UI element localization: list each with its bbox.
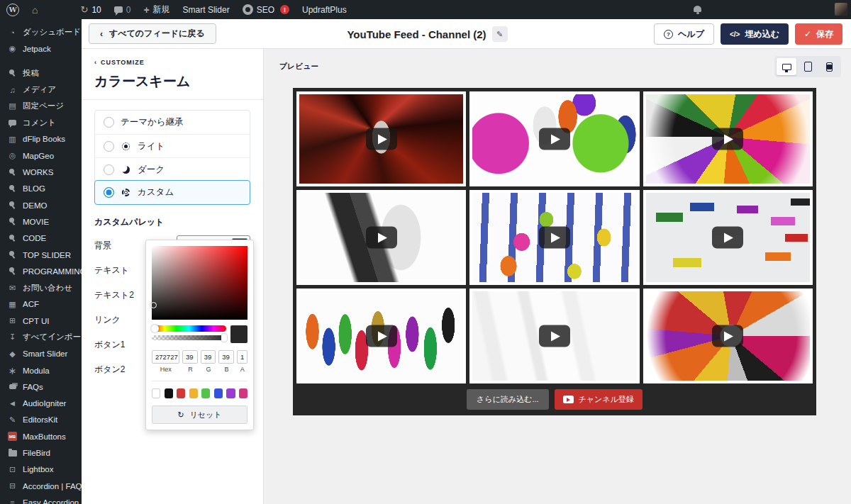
video-cell[interactable]: [296, 91, 466, 186]
video-thumbnail[interactable]: [472, 291, 636, 381]
play-button-icon[interactable]: [539, 227, 570, 249]
sidebar-item-posts[interactable]: 投稿: [0, 65, 82, 82]
play-button-icon[interactable]: [366, 227, 397, 249]
video-cell[interactable]: [469, 91, 639, 186]
user-avatar[interactable]: [835, 3, 847, 16]
video-cell[interactable]: [643, 91, 813, 186]
updates-menu[interactable]: ↻10: [74, 0, 107, 19]
video-cell[interactable]: [643, 190, 813, 285]
video-cell[interactable]: [469, 190, 639, 285]
mobile-preview-button[interactable]: [819, 58, 839, 75]
swatch-green[interactable]: [201, 388, 210, 398]
swatch-white[interactable]: [152, 388, 160, 398]
sidebar-item-modula[interactable]: ∗Modula: [0, 362, 82, 379]
video-thumbnail[interactable]: [646, 291, 810, 381]
sidebar-item-programming[interactable]: PROGRAMMING: [0, 263, 82, 279]
video-cell[interactable]: [469, 289, 639, 383]
sidebar-item-audioigniter[interactable]: ◀AudioIgniter: [0, 396, 82, 412]
sidebar-item-pages[interactable]: ▤固定ページ: [0, 98, 82, 114]
help-button[interactable]: ?ヘルプ: [654, 23, 714, 45]
play-button-icon[interactable]: [539, 325, 570, 347]
comments-menu[interactable]: 0: [108, 0, 138, 19]
smart-slider-menu[interactable]: Smart Slider: [177, 0, 236, 19]
video-cell[interactable]: [296, 190, 466, 285]
video-thumbnail[interactable]: [299, 94, 463, 184]
video-thumbnail[interactable]: [299, 291, 463, 381]
wp-logo-menu[interactable]: W: [0, 0, 26, 19]
alpha-slider-cursor[interactable]: [221, 334, 227, 342]
sidebar-item-dashboard[interactable]: ◔ダッシュボード: [0, 24, 82, 40]
play-button-icon[interactable]: [712, 325, 743, 347]
radio-icon[interactable]: [104, 164, 114, 175]
swatch-black[interactable]: [165, 388, 173, 398]
video-thumbnail[interactable]: [472, 94, 636, 184]
video-thumbnail[interactable]: [646, 94, 810, 184]
blue-input[interactable]: 39: [218, 350, 234, 364]
back-to-feeds-button[interactable]: ‹すべてのフィードに戻る: [89, 23, 216, 44]
play-button-icon[interactable]: [539, 128, 570, 150]
sidebar-item-top-slider[interactable]: TOP SLIDER: [0, 247, 82, 263]
swatch-amber[interactable]: [189, 388, 198, 398]
sidebar-item-acf[interactable]: ▦ACF: [0, 296, 82, 313]
play-button-icon[interactable]: [366, 325, 397, 347]
sidebar-item-dflip-books[interactable]: ▥dFlip Books: [0, 131, 82, 147]
red-input[interactable]: 39: [182, 350, 198, 364]
load-more-button[interactable]: さらに読み込む...: [467, 389, 548, 410]
video-thumbnail[interactable]: [646, 193, 810, 282]
customize-back-link[interactable]: ‹CUSTOMIZE: [94, 59, 250, 66]
sidebar-item-media[interactable]: ♫メディア: [0, 82, 82, 98]
sidebar-item-comments[interactable]: コメント: [0, 114, 82, 130]
video-thumbnail[interactable]: [472, 193, 636, 282]
sidebar-item-movie[interactable]: MOVIE: [0, 213, 82, 230]
option-light[interactable]: ライト: [95, 134, 250, 157]
video-thumbnail[interactable]: [299, 193, 463, 282]
saturation-cursor[interactable]: [150, 302, 157, 308]
option-dark[interactable]: ダーク: [95, 157, 250, 181]
sidebar-item-cpt-ui[interactable]: ⊞CPT UI: [0, 313, 82, 329]
saturation-area[interactable]: [152, 246, 247, 320]
tablet-preview-button[interactable]: [798, 58, 818, 75]
edit-title-button[interactable]: ✎: [492, 26, 508, 42]
sidebar-item-import-all[interactable]: ↧すべてインポート: [0, 329, 82, 345]
sidebar-item-filebird[interactable]: FileBird: [0, 444, 82, 461]
sidebar-item-easy-accordion[interactable]: ≡Easy Accordion: [0, 494, 82, 504]
sidebar-item-blog[interactable]: BLOG: [0, 181, 82, 197]
new-content-menu[interactable]: +新規: [137, 0, 176, 19]
updraftplus-menu[interactable]: UpdraftPlus: [296, 0, 353, 19]
play-button-icon[interactable]: [712, 227, 743, 249]
green-input[interactable]: 39: [201, 350, 216, 364]
swatch-red[interactable]: [177, 388, 185, 398]
notification-bell-icon[interactable]: [694, 6, 701, 12]
video-cell[interactable]: [643, 289, 813, 383]
seo-menu[interactable]: SEO!: [236, 0, 296, 19]
swatch-purple[interactable]: [226, 388, 235, 398]
sidebar-item-editorskit[interactable]: ✎EditorsKit: [0, 412, 82, 428]
radio-icon[interactable]: [104, 117, 114, 128]
swatch-magenta[interactable]: [239, 388, 247, 398]
sidebar-item-contact[interactable]: ✉お問い合わせ: [0, 279, 82, 296]
radio-icon-selected[interactable]: [104, 187, 114, 198]
embed-button[interactable]: </>埋め込む: [721, 23, 789, 45]
play-button-icon[interactable]: [366, 128, 397, 150]
site-home-menu[interactable]: ⌂: [26, 0, 44, 19]
sidebar-item-maxbuttons[interactable]: MBMaxButtons: [0, 428, 82, 444]
hex-input[interactable]: 272727: [152, 350, 179, 364]
sidebar-item-works[interactable]: WORKS: [0, 164, 82, 180]
desktop-preview-button[interactable]: [777, 58, 796, 75]
sidebar-item-code[interactable]: CODE: [0, 230, 82, 247]
option-custom[interactable]: カスタム: [94, 180, 250, 205]
subscribe-button[interactable]: チャンネル登録: [555, 389, 643, 410]
sidebar-item-faqs[interactable]: FAQs: [0, 379, 82, 395]
sidebar-item-smart-slider[interactable]: ◆Smart Slider: [0, 346, 82, 362]
swatch-blue[interactable]: [214, 388, 223, 398]
play-button-icon[interactable]: [712, 128, 743, 150]
radio-icon[interactable]: [104, 141, 114, 152]
video-cell[interactable]: [296, 289, 466, 383]
sidebar-item-accordion-faq[interactable]: ⊟Accordion | FAQ: [0, 478, 82, 494]
sidebar-item-mapgeo[interactable]: ◎MapGeo: [0, 147, 82, 164]
option-inherit-from-theme[interactable]: テーマから継承: [95, 111, 250, 134]
sidebar-item-demo[interactable]: DEMO: [0, 197, 82, 213]
sidebar-item-jetpack[interactable]: ◉Jetpack: [0, 40, 82, 57]
sidebar-item-lightbox[interactable]: ⊡Lightbox: [0, 461, 82, 478]
reset-button[interactable]: ↻リセット: [152, 405, 247, 424]
